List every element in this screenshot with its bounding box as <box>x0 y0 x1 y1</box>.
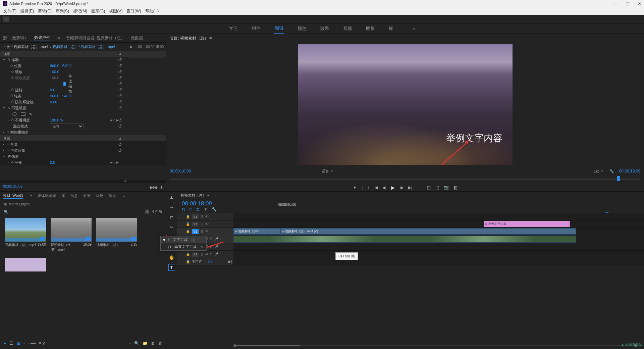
close-button[interactable]: ✕ <box>638 1 641 6</box>
ec-timecode[interactable]: 00:00:18:09 <box>3 184 22 188</box>
new-item-icon[interactable]: 🗎 <box>151 341 155 346</box>
ws-effects[interactable]: 效果 <box>320 23 330 34</box>
ec-opacity[interactable]: 不透明度 <box>11 106 26 111</box>
tab-info[interactable]: 信息 <box>70 193 78 198</box>
ec-scale-val[interactable]: 100.0 <box>50 70 59 74</box>
maximize-button[interactable]: ☐ <box>626 1 630 6</box>
tab-project[interactable]: 项目: Word3 <box>3 193 23 199</box>
menu-graphics[interactable]: 图形(G) <box>89 8 107 14</box>
ec-volume[interactable]: 音量 <box>10 142 18 147</box>
link-icon[interactable]: ⊂ <box>189 207 192 212</box>
type-tool[interactable]: T <box>168 264 175 271</box>
wrench-tl-icon[interactable]: 🔧 <box>212 207 217 212</box>
in-point-icon[interactable]: { <box>362 185 363 190</box>
wrench-icon[interactable]: 🔧 <box>609 169 614 173</box>
proj-overflow-icon[interactable]: » <box>123 194 125 198</box>
project-item[interactable]: 视频素材（总）2:15 <box>96 218 137 252</box>
text-tool-option[interactable]: T 文字工具(T) <box>161 236 206 243</box>
tab-audio-mixer[interactable]: 音频剪辑混合器: 视频素材（总） <box>66 35 125 41</box>
ec-seq-clip[interactable]: 视频素材（总）* 视频素材（总）.mp4 <box>53 45 115 49</box>
ec-pos-y[interactable]: 540.0 <box>62 64 72 68</box>
program-fit[interactable]: 适合 <box>322 169 329 174</box>
ec-motion[interactable]: 运动 <box>11 57 19 62</box>
menu-view[interactable]: 视图(V) <box>107 8 124 14</box>
ws-assembly[interactable]: 组件 <box>251 23 261 34</box>
freeform-view-icon[interactable]: ▫ <box>23 341 25 346</box>
text-clip[interactable]: fx 举例文字内容 <box>484 221 570 227</box>
ec-chanvol[interactable]: 声道音量 <box>10 148 25 153</box>
track-select-tool[interactable]: ⇥ <box>168 204 175 210</box>
compare-icon[interactable]: ◧ <box>453 185 457 190</box>
zoom-slider[interactable]: ○━━ <box>29 341 36 346</box>
track-v1[interactable]: V1 <box>192 229 199 234</box>
find-icon[interactable]: 🔍 <box>134 341 139 346</box>
delete-icon[interactable]: 🗑 <box>158 341 162 346</box>
tab-libraries[interactable]: 库 <box>61 193 65 198</box>
tab-media-browser[interactable]: 媒体浏览器 <box>38 193 56 198</box>
razor-tool[interactable]: ✂ <box>168 224 175 231</box>
video-clip-main[interactable]: fx 视频素材（总）.mp4 [V] <box>281 228 576 235</box>
menu-help[interactable]: 帮助(H) <box>143 8 161 14</box>
program-ratio[interactable]: 1/2 <box>594 169 599 173</box>
view-mode-icon[interactable]: ▦ <box>145 209 149 213</box>
tab-source[interactable]: 源:（无剪辑） <box>3 35 28 41</box>
program-tc-left[interactable]: 00:00:18:09 <box>170 169 191 173</box>
settings-tl-icon[interactable]: ▼ <box>204 207 208 212</box>
sort-icon[interactable]: ≡ ∨ <box>39 341 45 346</box>
ws-color[interactable]: 颜色 <box>297 23 307 34</box>
list-view-icon[interactable]: ☰ <box>9 341 13 346</box>
snap-icon[interactable]: ⊓ <box>182 207 185 212</box>
tab-effects-panel[interactable]: 效果 <box>83 193 91 198</box>
menu-marker[interactable]: 标记(M) <box>71 8 89 14</box>
menu-sequence[interactable]: 序列(S) <box>54 8 71 14</box>
vertical-text-tool-option[interactable]: ↓T 垂直文字工具 ↖ <box>161 243 206 250</box>
ingest-icon[interactable]: ● <box>4 341 6 346</box>
marker-icon[interactable]: ▼ <box>353 185 357 190</box>
home-icon[interactable]: ⌂ <box>3 16 9 22</box>
minimize-button[interactable]: — <box>613 1 618 6</box>
menu-window[interactable]: 窗口(W) <box>124 8 143 14</box>
ec-rot-val[interactable]: 0.0 <box>50 88 55 92</box>
search-input[interactable] <box>8 209 49 214</box>
extract-icon[interactable]: ⬚ <box>435 185 439 190</box>
program-tc-right[interactable]: 00:00:19:09 <box>619 169 640 173</box>
step-fwd-icon[interactable]: |▶ <box>399 185 404 190</box>
ws-audio[interactable]: 音频 <box>342 23 353 34</box>
project-item[interactable]: 视频素材（水印）.mp419:09 <box>51 218 92 252</box>
program-playhead[interactable] <box>617 176 620 181</box>
export-frame-icon[interactable]: 📷 <box>444 185 449 190</box>
video-clip-wm[interactable]: fx 视频素材（水印 <box>233 228 281 235</box>
program-add-button[interactable]: + <box>638 182 640 188</box>
blend-select[interactable]: 正常 <box>50 123 84 129</box>
project-item-blank[interactable] <box>5 258 46 271</box>
step-back-icon[interactable]: ◀| <box>382 185 386 190</box>
hand-tool[interactable]: ✋ <box>168 254 175 261</box>
panel-menu-icon[interactable]: ≡ <box>58 36 60 41</box>
menu-clip[interactable]: 剪辑(C) <box>36 8 54 14</box>
audio-clip-wm[interactable] <box>233 236 281 243</box>
ws-editing[interactable]: 编辑 <box>274 23 284 34</box>
ec-scrollbar[interactable] <box>0 180 166 183</box>
timeline-seq-name[interactable]: 视频素材（总） ≡ <box>180 193 209 198</box>
ec-opacity-val[interactable]: 100.0 % <box>50 118 63 122</box>
mask-pen-icon[interactable]: ✎ <box>29 112 32 116</box>
auto-seq-icon[interactable]: ▫ <box>129 341 131 346</box>
goto-out-icon[interactable]: ▶| <box>408 185 412 190</box>
ec-anchor-x[interactable]: 960.0 <box>50 94 59 98</box>
play-icon[interactable]: ▶ <box>391 185 395 190</box>
project-item[interactable]: 视频素材（总）.mp419:09 <box>5 218 46 252</box>
uniform-scale-checkbox[interactable]: ✓ <box>63 82 66 86</box>
tab-effect-controls[interactable]: 效果控件 <box>34 35 50 41</box>
audio-clip-main[interactable] <box>281 236 576 243</box>
menu-file[interactable]: 文件(F) <box>1 8 18 14</box>
new-bin-icon[interactable]: 📁 <box>143 341 148 346</box>
ripple-tool[interactable]: ⇄ <box>168 214 175 220</box>
bin-icon[interactable]: ▣ <box>4 202 7 206</box>
tab-markers[interactable]: 标记 <box>96 193 103 198</box>
selection-tool[interactable]: ▲ <box>168 194 175 200</box>
ec-play-around-icon[interactable]: ▶|◀ <box>150 185 157 190</box>
ec-flicker-val[interactable]: 0.00 <box>50 100 57 104</box>
ws-learn[interactable]: 学习 <box>228 23 238 34</box>
goto-in-icon[interactable]: |◀ <box>374 185 378 190</box>
ws-overflow-icon[interactable]: » <box>413 26 416 31</box>
